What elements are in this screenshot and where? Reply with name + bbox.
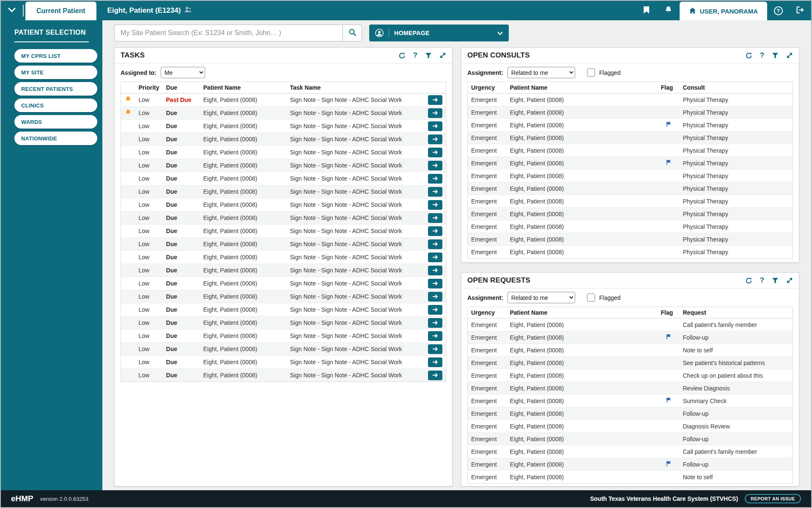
consult-row[interactable]: EmergentEight, Patient (0008)Physical Th…	[468, 144, 793, 157]
task-row[interactable]: LowDueEight, Patient (0008)Sign Note - S…	[121, 343, 446, 356]
task-row[interactable]: LowDueEight, Patient (0008)Sign Note - S…	[121, 225, 446, 238]
task-row[interactable]: LowDueEight, Patient (0008)Sign Note - S…	[121, 264, 446, 277]
consult-row[interactable]: EmergentEight, Patient (0008)Physical Th…	[468, 246, 793, 258]
request-row[interactable]: EmergentEight, Patient (0008)Call patien…	[468, 445, 793, 458]
patient-search-input[interactable]	[114, 25, 343, 41]
open-task-button[interactable]	[428, 279, 442, 288]
request-row[interactable]: EmergentEight, Patient (0008)Note to sel…	[468, 471, 793, 483]
consult-row[interactable]: EmergentEight, Patient (0008)Physical Th…	[468, 106, 793, 119]
consult-row[interactable]: EmergentEight, Patient (0008)Physical Th…	[468, 119, 793, 132]
search-button[interactable]	[343, 25, 362, 41]
consult-row[interactable]: EmergentEight, Patient (0008)Physical Th…	[468, 233, 793, 246]
consult-row[interactable]: EmergentEight, Patient (0008)Physical Th…	[468, 93, 793, 106]
filter-icon[interactable]	[772, 277, 779, 284]
request-row[interactable]: EmergentEight, Patient (0008)Diagnosis R…	[468, 420, 793, 433]
open-task-button[interactable]	[428, 305, 442, 315]
request-row[interactable]: EmergentEight, Patient (0008)Summary Che…	[468, 395, 793, 407]
consult-row[interactable]: EmergentEight, Patient (0008)Physical Th…	[468, 157, 793, 170]
sidebar-item-clinics[interactable]: CLINICS	[14, 99, 97, 112]
sidebar-item-recent-patients[interactable]: RECENT PATIENTS	[14, 82, 97, 96]
open-task-button[interactable]	[428, 239, 442, 249]
task-row[interactable]: LowDueEight, Patient (0008)Sign Note - S…	[121, 198, 446, 211]
help-icon[interactable]: ?	[760, 276, 764, 285]
open-task-button[interactable]	[428, 121, 442, 131]
consult-row[interactable]: EmergentEight, Patient (0008)Physical Th…	[468, 182, 793, 195]
request-row[interactable]: EmergentEight, Patient (0008)Review Diag…	[468, 382, 793, 395]
notifications-button[interactable]	[658, 1, 680, 20]
request-row[interactable]: EmergentEight, Patient (0008)Follow-up	[468, 458, 793, 471]
open-task-button[interactable]	[428, 253, 442, 262]
open-task-button[interactable]	[428, 135, 442, 144]
screen-select-dropdown[interactable]: HOMEPAGE	[369, 25, 509, 41]
refresh-icon[interactable]	[745, 277, 752, 284]
open-task-button[interactable]	[428, 266, 442, 275]
flagged-checkbox[interactable]	[587, 69, 595, 77]
bookmark-button[interactable]	[636, 1, 658, 20]
request-row[interactable]: EmergentEight, Patient (0008)Call patien…	[468, 319, 793, 331]
open-task-button[interactable]	[428, 187, 442, 197]
task-row[interactable]: LowDueEight, Patient (0008)Sign Note - S…	[121, 303, 446, 316]
open-task-button[interactable]	[428, 108, 442, 118]
tab-current-patient[interactable]: Current Patient	[25, 2, 96, 20]
task-row[interactable]: LowDueEight, Patient (0008)Sign Note - S…	[121, 356, 446, 369]
task-row[interactable]: LowDueEight, Patient (0008)Sign Note - S…	[121, 290, 446, 303]
open-task-button[interactable]	[428, 357, 442, 367]
open-task-button[interactable]	[428, 318, 442, 328]
refresh-icon[interactable]	[398, 52, 406, 59]
consult-row[interactable]: EmergentEight, Patient (0008)Physical Th…	[468, 170, 793, 182]
open-task-button[interactable]	[428, 95, 442, 105]
request-row[interactable]: EmergentEight, Patient (0008)Follow-up	[468, 433, 793, 445]
open-task-button[interactable]	[428, 292, 442, 302]
filter-icon[interactable]	[772, 52, 779, 59]
task-row[interactable]: LowDueEight, Patient (0008)Sign Note - S…	[121, 120, 446, 133]
assignment-select[interactable]: Related to me	[508, 67, 575, 78]
open-task-button[interactable]	[428, 226, 442, 236]
task-row[interactable]: LowDueEight, Patient (0008)Sign Note - S…	[121, 133, 446, 146]
task-row[interactable]: LowDueEight, Patient (0008)Sign Note - S…	[121, 159, 446, 172]
expand-icon[interactable]	[786, 52, 793, 59]
task-row[interactable]: LowDueEight, Patient (0008)Sign Note - S…	[121, 172, 446, 185]
request-row[interactable]: EmergentEight, Patient (0008)Note to sel…	[468, 344, 793, 357]
request-row[interactable]: EmergentEight, Patient (0008)Check up on…	[468, 369, 793, 382]
consult-row[interactable]: EmergentEight, Patient (0008)Physical Th…	[468, 132, 793, 144]
request-row[interactable]: EmergentEight, Patient (0008)Follow-up	[468, 407, 793, 420]
task-row[interactable]: LowDueEight, Patient (0008)Sign Note - S…	[121, 146, 446, 159]
open-task-button[interactable]	[428, 331, 442, 341]
task-row[interactable]: LowDueEight, Patient (0008)Sign Note - S…	[121, 238, 446, 251]
consult-row[interactable]: EmergentEight, Patient (0008)Physical Th…	[468, 195, 793, 208]
open-task-button[interactable]	[428, 174, 442, 184]
open-task-button[interactable]	[428, 161, 442, 170]
sidebar-item-wards[interactable]: WARDS	[14, 115, 97, 129]
patient-selection-toggle[interactable]	[1, 1, 23, 20]
expand-icon[interactable]	[439, 52, 446, 59]
task-row[interactable]: LowDueEight, Patient (0008)Sign Note - S…	[121, 369, 446, 382]
task-row[interactable]: LowDueEight, Patient (0008)Sign Note - S…	[121, 211, 446, 225]
open-task-button[interactable]	[428, 344, 442, 354]
open-task-button[interactable]	[428, 371, 442, 380]
consult-row[interactable]: EmergentEight, Patient (0008)Physical Th…	[468, 220, 793, 233]
task-row[interactable]: LowDueEight, Patient (0008)Sign Note - S…	[121, 107, 446, 120]
sidebar-item-my-cprs-list[interactable]: MY CPRS LIST	[14, 49, 97, 63]
task-row[interactable]: LowDueEight, Patient (0008)Sign Note - S…	[121, 185, 446, 198]
open-task-button[interactable]	[428, 148, 442, 157]
assigned-to-select[interactable]: Me	[161, 67, 205, 78]
help-icon[interactable]: ?	[413, 51, 417, 60]
logout-button[interactable]	[789, 1, 811, 20]
request-row[interactable]: EmergentEight, Patient (0008)See patient…	[468, 357, 793, 369]
task-row[interactable]: LowDueEight, Patient (0008)Sign Note - S…	[121, 251, 446, 264]
expand-icon[interactable]	[786, 277, 793, 284]
task-row[interactable]: LowDueEight, Patient (0008)Sign Note - S…	[121, 330, 446, 343]
help-button[interactable]: ?	[767, 1, 789, 20]
consult-row[interactable]: EmergentEight, Patient (0008)Physical Th…	[468, 208, 793, 220]
task-row[interactable]: LowDueEight, Patient (0008)Sign Note - S…	[121, 316, 446, 330]
open-task-button[interactable]	[428, 200, 442, 210]
sidebar-item-nationwide[interactable]: NATIONWIDE	[14, 132, 97, 145]
filter-icon[interactable]	[425, 52, 432, 59]
refresh-icon[interactable]	[745, 52, 752, 59]
assignment-select[interactable]: Related to me	[508, 292, 575, 303]
help-icon[interactable]: ?	[760, 51, 764, 60]
user-menu[interactable]: USER, PANORAMA	[680, 2, 767, 20]
sidebar-item-my-site[interactable]: MY SITE	[14, 66, 97, 79]
report-issue-button[interactable]: REPORT AN ISSUE	[745, 494, 801, 503]
task-row[interactable]: LowPast DueEight, Patient (0008)Sign Not…	[121, 93, 446, 107]
